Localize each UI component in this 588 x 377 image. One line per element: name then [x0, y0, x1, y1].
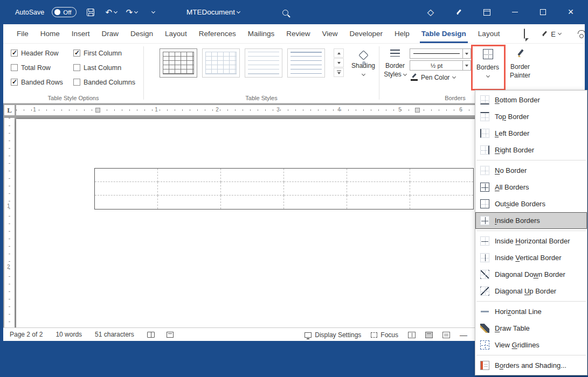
maximize-button[interactable]	[529, 0, 557, 24]
status-word-count[interactable]: 10 words	[56, 331, 82, 338]
print-layout-button[interactable]	[425, 332, 433, 338]
line-style-combobox[interactable]	[410, 48, 471, 59]
checkbox-first-column[interactable]: First Column	[73, 49, 135, 57]
undo-button[interactable]: ↶	[105, 5, 117, 20]
checkbox-header-row[interactable]: Header Row	[11, 49, 63, 57]
close-button[interactable]: ×	[557, 0, 585, 24]
tab-review[interactable]: Review	[280, 24, 316, 43]
border-painter-button[interactable]: BorderPainter	[506, 47, 535, 80]
tab-references[interactable]: References	[193, 24, 242, 43]
table-style-thumbnail-3[interactable]	[245, 48, 282, 78]
search-button[interactable]	[277, 4, 293, 20]
gallery-scroll-up-button[interactable]	[334, 48, 344, 58]
table-cell[interactable]	[158, 196, 221, 209]
table-style-thumbnail-4[interactable]	[287, 48, 325, 78]
table-cell[interactable]	[347, 169, 410, 182]
table-cell[interactable]	[221, 196, 284, 209]
table-cell[interactable]	[221, 182, 284, 196]
table-cell[interactable]	[347, 182, 410, 196]
premium-button[interactable]: ◇	[417, 0, 445, 24]
table-cell[interactable]	[95, 182, 158, 196]
menu-item-top-border[interactable]: Top Border	[475, 108, 587, 125]
status-character-count[interactable]: 51 characters	[95, 331, 134, 338]
menu-item-horizontal-line[interactable]: Horizontal Line	[475, 303, 587, 320]
tab-help[interactable]: Help	[389, 24, 416, 43]
tab-home[interactable]: Home	[34, 24, 66, 43]
vertical-ruler[interactable]: 12	[4, 118, 15, 327]
table-cell[interactable]	[158, 169, 221, 182]
borders-button[interactable]: Borders	[472, 47, 503, 77]
table-cell[interactable]	[95, 196, 158, 209]
tab-stop-selector[interactable]: L	[4, 105, 15, 115]
combo-arrow[interactable]	[462, 48, 471, 59]
menu-item-draw-table[interactable]: Draw Table	[475, 320, 587, 337]
proofing-button[interactable]	[147, 332, 155, 338]
table-cell[interactable]	[95, 169, 158, 182]
table-cell[interactable]	[158, 182, 221, 196]
tab-draw[interactable]: Draw	[96, 24, 125, 43]
menu-item-inside-borders[interactable]: Inside Borders	[475, 212, 587, 229]
tab-mailings[interactable]: Mailings	[242, 24, 281, 43]
comments-button[interactable]	[524, 29, 525, 39]
focus-button[interactable]: Focus	[371, 331, 398, 339]
tab-view[interactable]: View	[316, 24, 343, 43]
menu-item-bottom-border[interactable]: Bottom Border	[475, 92, 587, 108]
tab-table-design[interactable]: Table Design	[416, 24, 472, 43]
document-page[interactable]	[16, 119, 484, 327]
table-column-marker[interactable]	[415, 108, 420, 113]
menu-item-inside-vertical-border[interactable]: Inside Vertical Border	[475, 249, 587, 266]
gallery-scroll-down-button[interactable]	[334, 58, 344, 67]
gallery-more-button[interactable]	[334, 68, 344, 77]
menu-item-borders-and-shading[interactable]: Borders and Shading...	[475, 357, 587, 374]
shading-button[interactable]: Shading	[350, 48, 377, 75]
menu-item-all-borders[interactable]: All Borders	[475, 179, 587, 196]
checkbox-banded-rows[interactable]: Banded Rows	[11, 78, 63, 86]
display-settings-button[interactable]: Display Settings	[305, 331, 361, 339]
accessibility-button[interactable]	[167, 332, 174, 338]
checkbox-banded-columns[interactable]: Banded Columns	[73, 78, 135, 86]
ink-button[interactable]	[445, 0, 473, 24]
menu-item-diagonal-up-border[interactable]: Diagonal Up Border	[475, 283, 587, 299]
table-style-thumbnail-1[interactable]	[160, 48, 197, 78]
table-cell[interactable]	[284, 182, 347, 196]
ribbon-display-button[interactable]	[473, 0, 501, 24]
save-button[interactable]	[84, 5, 97, 20]
table-cell[interactable]	[284, 169, 347, 182]
autosave-toggle[interactable]: Off	[52, 7, 77, 17]
customize-toolbar-button[interactable]	[146, 5, 158, 20]
tab-insert[interactable]: Insert	[66, 24, 96, 43]
tab-file[interactable]: File	[11, 24, 34, 43]
menu-item-outside-borders[interactable]: Outside Borders	[475, 196, 587, 212]
pen-color-button[interactable]: Pen Color	[410, 72, 471, 82]
tab-layout-2[interactable]: Layout	[472, 24, 506, 43]
line-weight-combobox[interactable]: ½ pt	[410, 60, 471, 71]
table-cell[interactable]	[347, 196, 410, 209]
table-cell[interactable]	[284, 196, 347, 209]
redo-button[interactable]: ↷	[125, 5, 138, 20]
document-title[interactable]: MTEDocument	[186, 0, 240, 24]
table-style-thumbnail-2[interactable]	[202, 48, 240, 78]
tab-developer[interactable]: Developer	[344, 24, 389, 43]
table-cell[interactable]	[410, 169, 473, 182]
horizontal-ruler[interactable]: 1123456	[16, 105, 484, 115]
menu-item-right-border[interactable]: Right Border	[475, 142, 587, 158]
combo-arrow[interactable]	[462, 60, 471, 71]
table-cell[interactable]	[410, 182, 473, 196]
document-table[interactable]	[94, 168, 474, 210]
editing-button[interactable]: E	[541, 30, 561, 38]
tab-layout[interactable]: Layout	[159, 24, 193, 43]
table-column-marker[interactable]	[95, 108, 100, 113]
checkbox-last-column[interactable]: Last Column	[73, 64, 135, 72]
border-styles-button[interactable]: Border Styles	[383, 48, 407, 79]
menu-item-left-border[interactable]: Left Border	[475, 125, 587, 142]
minimize-button[interactable]	[501, 0, 529, 24]
read-mode-button[interactable]	[408, 332, 416, 338]
table-cell[interactable]	[221, 169, 284, 182]
checkbox-total-row[interactable]: Total Row	[11, 64, 63, 72]
tab-design[interactable]: Design	[124, 24, 159, 43]
table-cell[interactable]	[410, 196, 473, 209]
status-page-indicator[interactable]: Page 2 of 2	[10, 331, 43, 338]
menu-item-diagonal-down-border[interactable]: Diagonal Down Border	[475, 266, 587, 283]
menu-item-no-border[interactable]: No Border	[475, 162, 587, 179]
web-layout-button[interactable]	[442, 332, 450, 338]
